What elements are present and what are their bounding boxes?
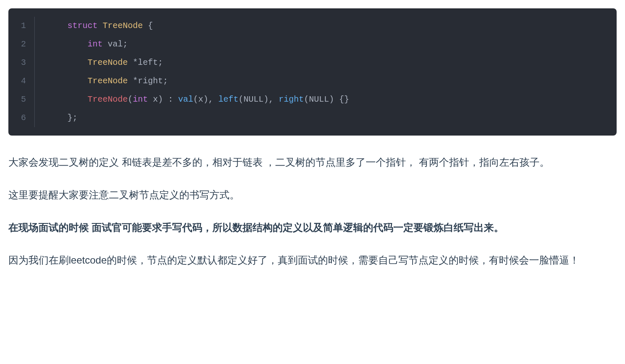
code-line: TreeNode *left;: [47, 54, 349, 72]
code-line: TreeNode(int x) : val(x), left(NULL), ri…: [47, 90, 349, 109]
paragraph-bold: 在现场面试的时候 面试官可能要求手写代码，所以数据结构的定义以及简单逻辑的代码一…: [8, 218, 617, 238]
paragraph: 这里要提醒大家要注意二叉树节点定义的书写方式。: [8, 185, 617, 205]
line-number: 3: [21, 54, 26, 72]
line-number: 5: [21, 90, 26, 109]
code-line: TreeNode *right;: [47, 72, 349, 90]
line-number: 1: [21, 17, 26, 35]
code-block: 1 2 3 4 5 6 struct TreeNode { int val; T…: [8, 8, 617, 136]
line-numbers-gutter: 1 2 3 4 5 6: [8, 17, 35, 127]
paragraph: 大家会发现二叉树的定义 和链表是差不多的，相对于链表 ，二叉树的节点里多了一个指…: [8, 152, 617, 172]
code-line: int val;: [47, 35, 349, 54]
code-line: };: [47, 109, 349, 127]
code-content: struct TreeNode { int val; TreeNode *lef…: [35, 17, 362, 127]
line-number: 2: [21, 35, 26, 54]
code-line: struct TreeNode {: [47, 17, 349, 35]
line-number: 4: [21, 72, 26, 90]
line-number: 6: [21, 109, 26, 127]
paragraph: 因为我们在刷leetcode的时候，节点的定义默认都定义好了，真到面试的时候，需…: [8, 250, 617, 270]
